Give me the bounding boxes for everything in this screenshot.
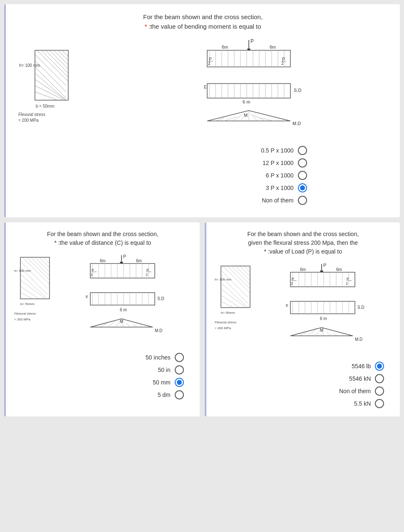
q1-option-2[interactable]: 12 P x 1000 <box>191 158 307 167</box>
q1-option-5[interactable]: Non of them <box>191 196 307 205</box>
q3-option-4[interactable]: 5.5 kN <box>268 399 384 408</box>
q1-radio-5[interactable] <box>298 196 307 205</box>
svg-text:P: P <box>347 277 349 281</box>
svg-rect-0 <box>35 50 68 100</box>
q2-option-1[interactable]: 50 inches <box>67 353 184 362</box>
q2-option-3-label: 50 mm <box>67 379 171 386</box>
q3-option-2-label: 5546 kN <box>268 375 371 382</box>
svg-text:P: P <box>146 268 149 272</box>
q1-radio-4[interactable] <box>298 183 307 192</box>
beam-diagram-q2: P 6m <box>80 253 171 349</box>
question2-title: For the beam shown and the cross section… <box>47 230 159 247</box>
question1-title: For the beam shown and the cross section… <box>143 12 263 31</box>
q1-radio-3[interactable] <box>298 171 307 180</box>
q2-option-1-label: 50 inches <box>67 354 171 361</box>
svg-text:P: P <box>123 254 126 259</box>
svg-text:6 m: 6 m <box>120 308 127 312</box>
svg-text:6m: 6m <box>222 44 228 49</box>
q3-radio-3[interactable] <box>375 387 384 396</box>
q2-option-2[interactable]: 50 in <box>67 365 184 374</box>
svg-line-13 <box>35 86 64 100</box>
svg-line-69 <box>259 118 274 121</box>
q2-radio-3[interactable] <box>175 378 184 387</box>
svg-text:P: P <box>250 38 254 44</box>
q2-radio-4[interactable] <box>175 390 184 399</box>
svg-line-4 <box>50 50 68 69</box>
beam-diagram-q1: P <box>182 38 315 142</box>
svg-line-82 <box>20 286 39 299</box>
question3-title: For the beam shown and the cross section… <box>247 230 359 256</box>
svg-rect-90 <box>90 264 155 278</box>
svg-text:S.D: S.D <box>157 296 164 301</box>
svg-line-67 <box>251 113 257 121</box>
svg-line-8 <box>35 54 66 86</box>
svg-rect-151 <box>290 272 355 287</box>
q1-option-4[interactable]: 3 P x 1000 <box>191 183 307 192</box>
svg-line-138 <box>244 266 250 272</box>
q3-option-1-label: 5546 lb <box>268 363 371 369</box>
svg-line-78 <box>20 261 47 288</box>
q1-radio-1[interactable] <box>298 146 307 155</box>
svg-text:b = 50mm: b = 50mm <box>36 104 55 108</box>
q1-radio-2[interactable] <box>298 158 307 167</box>
q3-option-3[interactable]: Non of them <box>268 387 384 396</box>
svg-line-129 <box>126 323 130 327</box>
q1-option-2-label: 12 P x 1000 <box>191 160 294 166</box>
beam-diagram-q3: P 6m <box>280 262 372 357</box>
svg-text:S.D: S.D <box>357 305 364 310</box>
svg-text:2: 2 <box>146 273 148 277</box>
q3-option-2[interactable]: 5546 kN <box>268 374 384 383</box>
question2-options: 50 inches 50 in 50 mm 5 dm <box>60 353 191 399</box>
svg-text:P: P <box>92 268 94 272</box>
svg-text:M: M <box>244 113 248 118</box>
q1-option-5-label: Non of them <box>191 197 294 204</box>
q2-radio-1[interactable] <box>175 353 184 362</box>
svg-line-136 <box>235 266 250 281</box>
cross-section-diagram-q2: h= 100 mm b= 50mm Flexural stress = 200 … <box>14 253 56 328</box>
svg-text:M: M <box>120 319 123 324</box>
q2-option-3[interactable]: 50 mm <box>67 378 184 387</box>
svg-text:2: 2 <box>291 281 293 286</box>
svg-text:= 200 MPa: = 200 MPa <box>18 118 39 123</box>
svg-line-3 <box>45 50 68 73</box>
q3-option-3-label: Non of them <box>268 388 371 394</box>
svg-line-141 <box>221 283 248 308</box>
svg-text:6 m: 6 m <box>243 99 250 104</box>
svg-line-135 <box>231 266 250 285</box>
q3-radio-2[interactable] <box>375 374 384 383</box>
q1-option-1[interactable]: 0.5 P x 1000 <box>191 146 307 155</box>
svg-line-139 <box>221 270 248 297</box>
svg-line-5 <box>54 50 68 65</box>
question3-diagram-right: P 6m <box>260 262 392 408</box>
svg-line-11 <box>35 73 66 100</box>
svg-text:2: 2 <box>208 61 211 66</box>
question2-card: For the beam shown and the cross section… <box>4 222 200 416</box>
question1-content: h= 100 mm b = 50mm Flexural stress = 200… <box>18 38 387 205</box>
q2-radio-2[interactable] <box>175 365 184 374</box>
q3-option-4-label: 5.5 kN <box>268 400 371 407</box>
q3-radio-4[interactable] <box>375 399 384 408</box>
svg-line-1 <box>37 50 68 81</box>
svg-text:h= 100 mm: h= 100 mm <box>14 269 31 273</box>
q2-option-2-label: 50 in <box>67 367 171 373</box>
page: For the beam shown and the cross section… <box>0 0 404 532</box>
bottom-row: For the beam shown and the cross section… <box>4 222 400 416</box>
svg-text:h= 100 mm: h= 100 mm <box>215 278 232 281</box>
svg-line-63 <box>224 117 236 121</box>
q3-radio-1[interactable] <box>375 362 384 371</box>
svg-text:h= 100 mm: h= 100 mm <box>19 63 40 68</box>
q3-option-1[interactable]: 5546 lb <box>268 362 384 371</box>
question2-diagram-right: P 6m <box>60 253 191 399</box>
svg-line-14 <box>35 92 58 100</box>
q1-option-1-label: 0.5 P x 1000 <box>191 147 294 154</box>
svg-text:Flexural stress: Flexural stress <box>18 112 45 117</box>
svg-text:S.D: S.D <box>294 88 301 93</box>
question2-content: h= 100 mm b= 50mm Flexural stress = 200 … <box>14 253 191 399</box>
svg-line-77 <box>43 257 50 264</box>
question3-options: 5546 lb 5546 kN Non of them 5.5 kN <box>260 362 392 408</box>
question3-card: For the beam shown and the cross section… <box>205 222 400 416</box>
q2-option-4[interactable]: 5 dm <box>67 390 184 399</box>
svg-text:6m: 6m <box>270 44 276 49</box>
svg-line-75 <box>35 257 50 272</box>
q1-option-3[interactable]: 6 P x 1000 <box>191 171 307 180</box>
